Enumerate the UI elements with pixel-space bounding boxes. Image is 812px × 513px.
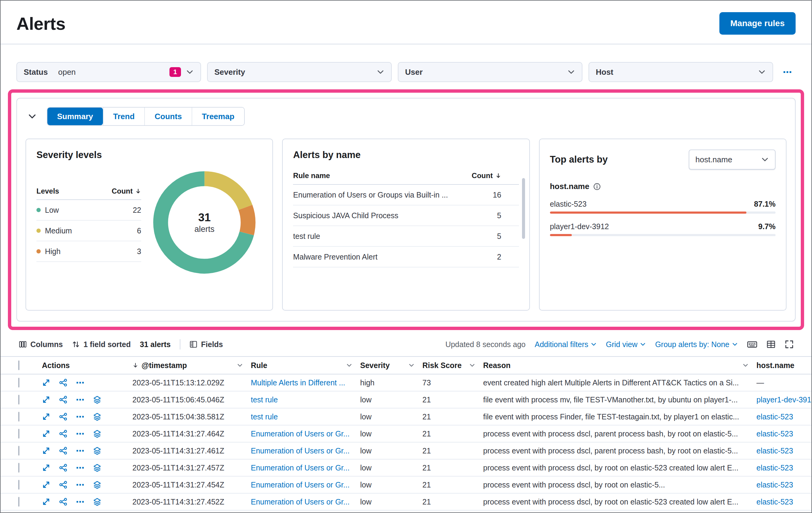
analyze-event-button[interactable] (59, 481, 67, 489)
more-actions-button[interactable] (76, 463, 84, 472)
host-name-link[interactable]: elastic-523 (756, 463, 793, 472)
select-all-checkbox[interactable] (18, 360, 20, 370)
fields-button[interactable]: Fields (190, 340, 223, 349)
analyze-event-button[interactable] (59, 378, 67, 387)
host-name-link[interactable]: elastic-523 (756, 497, 793, 506)
session-view-button[interactable] (93, 396, 102, 404)
session-view-button[interactable] (93, 412, 102, 421)
expand-alert-button[interactable] (42, 378, 50, 387)
chevron-down-icon[interactable] (408, 362, 414, 368)
analyze-event-button[interactable] (59, 497, 67, 506)
fullscreen-button[interactable] (785, 340, 794, 349)
analyze-event-button[interactable] (59, 429, 67, 438)
info-icon[interactable] (593, 183, 601, 191)
more-actions-button[interactable] (76, 429, 84, 438)
session-view-button[interactable] (93, 429, 102, 438)
header-risk-score[interactable]: Risk Score (423, 361, 483, 370)
more-actions-button[interactable] (76, 378, 84, 387)
session-view-button[interactable] (93, 497, 102, 506)
analyze-event-button[interactable] (59, 447, 67, 455)
header-severity[interactable]: Severity (360, 361, 423, 370)
filter-status[interactable]: Status open 1 (17, 62, 201, 82)
row-checkbox[interactable] (18, 412, 20, 422)
session-view-button[interactable] (93, 481, 102, 489)
scrollbar-thumb[interactable] (522, 178, 525, 239)
row-actions (36, 481, 133, 489)
filter-host[interactable]: Host (588, 62, 773, 82)
row-checkbox[interactable] (18, 446, 20, 456)
more-actions-button[interactable] (76, 447, 84, 455)
host-name-link[interactable]: player1-dev-3912 (756, 396, 812, 404)
chart-tab[interactable]: Trend (103, 108, 145, 125)
grid-view-button[interactable]: Grid view (606, 340, 646, 349)
expand-alert-button[interactable] (42, 463, 50, 472)
expand-alert-button[interactable] (42, 396, 50, 404)
header-timestamp[interactable]: @timestamp (133, 361, 251, 370)
chevron-down-icon[interactable] (469, 362, 475, 368)
host-name-link[interactable]: elastic-523 (756, 412, 793, 421)
host-name-link[interactable]: elastic-523 (756, 429, 793, 438)
rule-link[interactable]: Enumeration of Users or Gr... (251, 429, 350, 438)
header-reason[interactable]: Reason (483, 361, 756, 370)
rule-link[interactable]: Enumeration of Users or Gr... (251, 463, 350, 472)
analyze-event-button[interactable] (59, 463, 67, 472)
chevron-down-icon[interactable] (346, 362, 352, 368)
severity-col-count[interactable]: Count (112, 187, 141, 195)
expand-alert-button[interactable] (42, 447, 50, 455)
more-actions-button[interactable] (76, 497, 84, 506)
chevron-down-icon[interactable] (743, 362, 749, 368)
reason-cell[interactable]: process event with process dscl, parent … (483, 447, 756, 455)
rule-link[interactable]: Enumeration of Users or Gr... (251, 497, 350, 506)
chart-tab[interactable]: Counts (144, 108, 192, 125)
more-actions-button[interactable] (76, 412, 84, 421)
count-col[interactable]: Count (472, 171, 501, 180)
host-name-link[interactable]: elastic-523 (756, 481, 793, 489)
reason-cell[interactable]: process event with process dscl, by root… (483, 481, 756, 489)
row-checkbox[interactable] (18, 378, 20, 387)
more-actions-button[interactable] (76, 481, 84, 489)
collapse-charts-button[interactable] (26, 110, 39, 123)
analyze-event-button[interactable] (59, 412, 67, 421)
row-checkbox[interactable] (18, 463, 20, 473)
group-alerts-by-button[interactable]: Group alerts by: None (655, 340, 738, 349)
reason-cell[interactable]: file event with process Finder, file TES… (483, 412, 756, 421)
additional-filters-button[interactable]: Additional filters (535, 340, 597, 349)
columns-button[interactable]: Columns (19, 340, 63, 349)
rule-link[interactable]: test rule (251, 396, 278, 404)
row-checkbox[interactable] (18, 497, 20, 507)
header-host-name[interactable]: host.name (756, 361, 812, 370)
expand-alert-button[interactable] (42, 429, 50, 438)
filter-menu-button[interactable] (779, 64, 795, 80)
rule-link[interactable]: Enumeration of Users or Gr... (251, 447, 350, 455)
reason-cell[interactable]: file event with process mv, file TEST-VM… (483, 396, 756, 404)
manage-rules-button[interactable]: Manage rules (719, 12, 795, 35)
analyze-event-button[interactable] (59, 396, 67, 404)
row-checkbox[interactable] (18, 480, 20, 490)
chevron-down-icon[interactable] (237, 362, 243, 368)
rule-link[interactable]: Enumeration of Users or Gr... (251, 481, 350, 489)
more-actions-button[interactable] (76, 396, 84, 404)
session-view-button[interactable] (93, 447, 102, 455)
reason-cell[interactable]: process event with process dscl, by root… (483, 463, 756, 472)
expand-alert-button[interactable] (42, 497, 50, 506)
reason-cell[interactable]: process event with process dscl, parent … (483, 429, 756, 438)
rule-link[interactable]: Multiple Alerts in Different ... (251, 378, 345, 387)
row-checkbox[interactable] (18, 429, 20, 438)
row-checkbox[interactable] (18, 395, 20, 405)
host-name-link[interactable]: elastic-523 (756, 447, 793, 455)
reason-cell[interactable]: event created high alert Multiple Alerts… (483, 378, 756, 387)
rule-link[interactable]: test rule (251, 412, 278, 421)
chart-tab[interactable]: Summary (47, 108, 103, 125)
expand-alert-button[interactable] (42, 481, 50, 489)
keyboard-shortcuts-button[interactable] (747, 339, 757, 350)
sorted-fields-button[interactable]: 1 field sorted (72, 340, 131, 349)
header-rule[interactable]: Rule (251, 361, 360, 370)
filter-user[interactable]: User (398, 62, 582, 82)
reason-cell[interactable]: process event with process dscl, by root… (483, 497, 756, 506)
grid-density-button[interactable] (766, 340, 776, 349)
expand-alert-button[interactable] (42, 412, 50, 421)
chart-tab[interactable]: Treemap (192, 108, 244, 125)
filter-severity[interactable]: Severity (207, 62, 392, 82)
top-alerts-field-select[interactable]: host.name (689, 150, 776, 169)
session-view-button[interactable] (93, 463, 102, 472)
